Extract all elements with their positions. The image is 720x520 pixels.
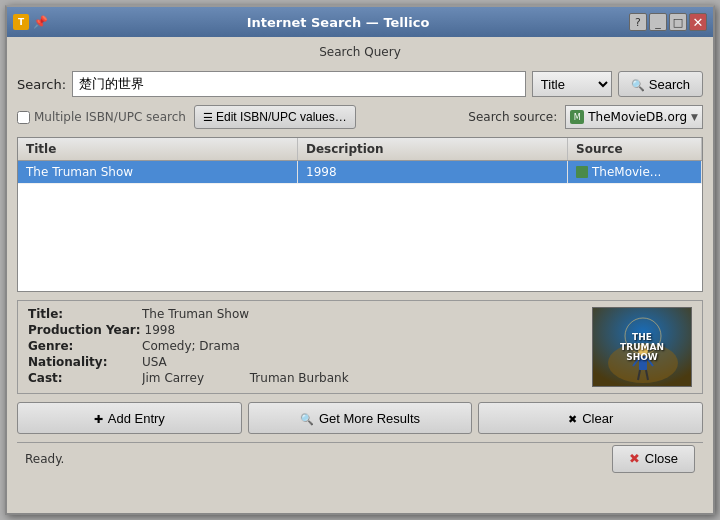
table-body: The Truman Show 1998 TheMovie...	[18, 161, 702, 291]
results-table: Title Description Source The Truman Show…	[17, 137, 703, 292]
source-dropdown[interactable]: M TheMovieDB.org ▼	[565, 105, 703, 129]
isbn-label: Multiple ISBN/UPC search	[34, 110, 186, 124]
close-window-button[interactable]: ✕	[689, 13, 707, 31]
main-window: T 📌 Internet Search — Tellico ? _ □ ✕ Se…	[5, 5, 715, 515]
bottom-buttons: Add Entry Get More Results Clear	[17, 402, 703, 434]
search-input[interactable]	[72, 71, 526, 97]
clear-button[interactable]: Clear	[478, 402, 703, 434]
title-value: The Truman Show	[142, 307, 249, 321]
close-icon	[629, 451, 640, 466]
title-select[interactable]: Title	[532, 71, 612, 97]
search-icon	[631, 77, 645, 92]
app-icon: T	[13, 14, 29, 30]
movie-poster: THETRUMANSHOW	[592, 307, 692, 387]
genre-label: Genre:	[28, 339, 138, 353]
status-bar: Ready. Close	[17, 442, 703, 474]
get-more-button[interactable]: Get More Results	[248, 402, 473, 434]
cell-description: 1998	[298, 161, 568, 183]
source-icon: M	[570, 110, 584, 124]
search-label: Search:	[17, 77, 66, 92]
col-source: Source	[568, 138, 702, 160]
year-value: 1998	[145, 323, 176, 337]
pin-icon: 📌	[33, 15, 47, 29]
isbn-checkbox-group: Multiple ISBN/UPC search	[17, 110, 186, 124]
window-body: Search Query Search: Title Search Multip…	[7, 37, 713, 513]
details-text: Title: The Truman Show Production Year: …	[28, 307, 582, 387]
maximize-button[interactable]: □	[669, 13, 687, 31]
table-row[interactable]: The Truman Show 1998 TheMovie...	[18, 161, 702, 184]
genre-value: Comedy; Drama	[142, 339, 240, 353]
titlebar-left: T 📌	[13, 14, 47, 30]
nationality-value: USA	[142, 355, 167, 369]
add-icon	[94, 411, 103, 426]
detail-year-row: Production Year: 1998	[28, 323, 582, 337]
titlebar: T 📌 Internet Search — Tellico ? _ □ ✕	[7, 7, 713, 37]
details-panel: Title: The Truman Show Production Year: …	[17, 300, 703, 394]
isbn-checkbox[interactable]	[17, 111, 30, 124]
detail-nationality-row: Nationality: USA	[28, 355, 582, 369]
section-label: Search Query	[17, 45, 703, 59]
status-text: Ready.	[25, 452, 64, 466]
add-entry-button[interactable]: Add Entry	[17, 402, 242, 434]
titlebar-buttons: ? _ □ ✕	[629, 13, 707, 31]
close-button[interactable]: Close	[612, 445, 695, 473]
window-title: Internet Search — Tellico	[47, 15, 629, 30]
search-button[interactable]: Search	[618, 71, 703, 97]
detail-title-row: Title: The Truman Show	[28, 307, 582, 321]
title-label: Title:	[28, 307, 138, 321]
cast-label: Cast:	[28, 371, 138, 385]
cell-title: The Truman Show	[18, 161, 298, 183]
options-row: Multiple ISBN/UPC search Edit ISBN/UPC v…	[17, 105, 703, 129]
minimize-button[interactable]: _	[649, 13, 667, 31]
search-row: Search: Title Search	[17, 71, 703, 97]
source-row-icon	[576, 166, 588, 178]
year-label: Production Year:	[28, 323, 141, 337]
clear-icon	[568, 411, 577, 426]
dropdown-arrow-icon: ▼	[691, 112, 698, 122]
cell-source: TheMovie...	[568, 161, 702, 183]
col-title: Title	[18, 138, 298, 160]
col-description: Description	[298, 138, 568, 160]
more-icon	[300, 411, 314, 426]
list-icon	[203, 110, 213, 124]
nationality-label: Nationality:	[28, 355, 138, 369]
detail-cast-row: Cast: Jim Carrey Truman Burbank	[28, 371, 582, 385]
poster-title-text: THETRUMANSHOW	[620, 332, 664, 362]
table-header: Title Description Source	[18, 138, 702, 161]
detail-genre-row: Genre: Comedy; Drama	[28, 339, 582, 353]
source-value: TheMovieDB.org	[588, 110, 687, 124]
cast-value: Jim Carrey Truman Burbank	[142, 371, 349, 385]
source-label: Search source:	[468, 110, 557, 124]
help-button[interactable]: ?	[629, 13, 647, 31]
edit-isbn-button[interactable]: Edit ISBN/UPC values…	[194, 105, 356, 129]
